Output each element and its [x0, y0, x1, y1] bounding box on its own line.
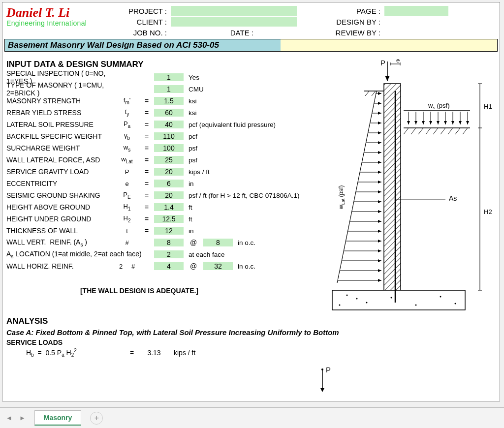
- row-value[interactable]: 25: [154, 156, 184, 164]
- meta-block: PROJECT : CLIENT : JOB NO. :DATE : PAGE …: [120, 5, 496, 38]
- row-desc: HEIGHT ABOVE GROUND: [6, 203, 115, 211]
- row-value[interactable]: 100: [154, 144, 184, 152]
- svg-line-51: [433, 128, 438, 134]
- add-sheet-button[interactable]: +: [90, 412, 103, 425]
- row-symbol: P: [115, 168, 139, 176]
- page-title: Basement Masonry Wall Design Based on AC…: [5, 39, 281, 51]
- row-unit: CMU: [184, 86, 321, 93]
- row-unit: in: [184, 227, 321, 235]
- horiz-reinf-size[interactable]: 4: [154, 262, 184, 270]
- input-row-6: SURCHARGE WEIGHTws=100psf: [6, 142, 321, 154]
- diagram-ws-label: ws (psf): [428, 102, 450, 111]
- vert-reinf-hash: #: [115, 239, 139, 246]
- svg-point-6: [415, 305, 417, 306]
- client-input[interactable]: [171, 17, 297, 27]
- row-value[interactable]: 40: [154, 121, 184, 128]
- worksheet: Daniel T. Li Engineering International P…: [2, 2, 500, 401]
- row-eq: =: [139, 156, 154, 164]
- row-desc: LATERAL SOIL PRESSURE: [6, 121, 115, 128]
- logo: Daniel T. Li Engineering International: [6, 5, 120, 27]
- row-unit: Yes: [184, 74, 321, 81]
- date-label: DATE :: [196, 29, 255, 37]
- row-value[interactable]: 1.4: [154, 203, 184, 211]
- row-symbol: Pa: [115, 120, 139, 129]
- design-label: DESIGN BY :: [309, 18, 382, 26]
- svg-line-49: [418, 128, 423, 134]
- input-row-13: THICKNESS OF WALLt=12in: [6, 225, 321, 237]
- row-unit: ksi: [184, 109, 321, 117]
- row-eq: =: [139, 132, 154, 140]
- tab-prev-icon[interactable]: ◄: [4, 413, 14, 423]
- row-value[interactable]: 1.5: [154, 97, 184, 105]
- row-value[interactable]: 12: [154, 227, 184, 235]
- design-input[interactable]: [384, 17, 448, 27]
- row-value[interactable]: 6: [154, 180, 184, 187]
- input-data-section: INPUT DATA & DESIGN SUMMARY SPECIAL INSP…: [6, 57, 321, 295]
- row-eq: =: [139, 144, 154, 152]
- row-value[interactable]: 12.5: [154, 215, 184, 223]
- row-unit: psf: [184, 156, 321, 164]
- row-symbol: H2: [115, 214, 139, 223]
- row-eq: =: [139, 203, 154, 211]
- svg-point-9: [339, 305, 341, 306]
- logo-subtitle: Engineering International: [6, 19, 120, 27]
- row-value[interactable]: 1: [154, 85, 184, 93]
- row-symbol: ws: [115, 144, 139, 153]
- date-input[interactable]: [257, 28, 297, 37]
- tab-masonry[interactable]: Masonry: [34, 410, 82, 426]
- row-symbol: H1: [115, 203, 139, 212]
- formula-unit: kips / ft: [169, 349, 195, 357]
- formula-eq: =: [125, 349, 139, 357]
- row-value[interactable]: 20: [154, 191, 184, 199]
- svg-point-4: [366, 302, 368, 304]
- vert-reinf-size[interactable]: 8: [154, 239, 184, 246]
- row-eq: =: [139, 109, 154, 117]
- diagram-wlat-label: wLat (psf): [338, 185, 346, 210]
- row-eq: =: [139, 121, 154, 128]
- sheet-tabs: ◄ ► Masonry +: [0, 407, 504, 428]
- as-loc-val[interactable]: 2: [154, 250, 184, 258]
- row-desc: MASONRY STRENGTH: [6, 97, 115, 105]
- input-row-2: MASONRY STRENGTHfm'=1.5ksi: [6, 95, 321, 107]
- svg-text:P: P: [326, 367, 331, 374]
- diagram-as-label: As: [449, 194, 457, 202]
- row-desc: ECCENTRICITY: [6, 180, 115, 187]
- analysis-section: ANALYSIS Case A: Fixed Bottom & Pinned T…: [2, 316, 500, 358]
- page-label: PAGE :: [309, 7, 382, 15]
- svg-rect-2: [332, 290, 465, 310]
- vert-reinf-spacing[interactable]: 8: [203, 239, 233, 246]
- row-value[interactable]: 60: [154, 109, 184, 117]
- row-value[interactable]: 1: [154, 73, 184, 81]
- row-desc: WALL LATERAL FORCE, ASD: [6, 156, 115, 164]
- svg-point-10: [356, 298, 358, 300]
- row-symbol: fy: [115, 108, 139, 117]
- tab-next-icon[interactable]: ►: [17, 413, 28, 423]
- project-input[interactable]: [171, 6, 297, 16]
- page-input[interactable]: [384, 6, 448, 16]
- as-loc-desc: As LOCATION (1=at middle, 2=at each face…: [6, 250, 154, 259]
- input-row-12: HEIGHT UNDER GROUNDH2=12.5ft: [6, 213, 321, 225]
- row-desc: THICKNESS OF WALL: [6, 227, 115, 235]
- review-input[interactable]: [384, 28, 448, 37]
- logo-name: Daniel T. Li: [6, 5, 120, 20]
- input-row-10: SEISMIC GROUND SHAKINGPE=20psf / ft (for…: [6, 189, 321, 201]
- formula-val: 3.13: [139, 349, 169, 357]
- jobno-input[interactable]: [171, 28, 196, 37]
- row-symbol: e: [115, 180, 139, 187]
- svg-point-3: [346, 295, 348, 296]
- row-symbol: fm': [115, 96, 139, 105]
- svg-line-64: [365, 91, 369, 96]
- horiz-reinf-spacing[interactable]: 32: [203, 262, 233, 270]
- svg-line-65: [372, 91, 376, 96]
- adequacy-status: [THE WALL DESIGN IS ADEQUATE.]: [36, 287, 243, 295]
- row-as-location: As LOCATION (1=at middle, 2=at each face…: [6, 248, 321, 260]
- review-label: REVIEW BY :: [309, 29, 382, 37]
- svg-rect-1: [384, 84, 401, 290]
- input-row-9: ECCENTRICITYe=6in: [6, 178, 321, 189]
- row-value[interactable]: 110: [154, 132, 184, 140]
- row-value[interactable]: 20: [154, 168, 184, 176]
- row-unit: psf: [184, 145, 321, 152]
- vert-reinf-unit: in o.c.: [233, 239, 321, 246]
- analysis-p-arrow: P: [317, 367, 332, 394]
- row-desc: SEISMIC GROUND SHAKING: [6, 191, 115, 199]
